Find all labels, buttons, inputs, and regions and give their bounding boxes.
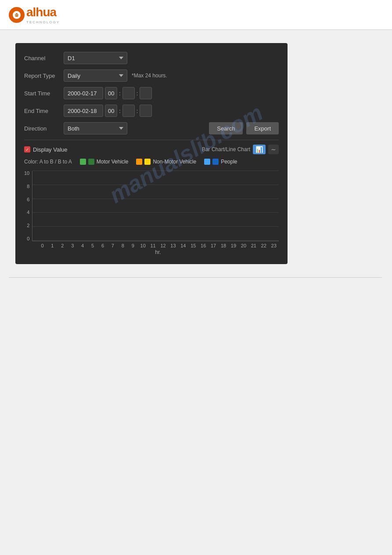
end-date-field[interactable]: [64, 105, 103, 117]
chart-type-label: Bar Chart/Line Chart: [202, 146, 250, 152]
x-label-10: 10: [138, 243, 148, 248]
grid-20: [32, 226, 279, 227]
grid-80: [32, 185, 279, 185]
x-label-8: 8: [118, 243, 128, 248]
search-button[interactable]: Search: [209, 122, 243, 134]
x-label-23: 23: [269, 243, 279, 248]
end-sep2: :: [137, 108, 138, 114]
y-label-10: 10: [24, 171, 29, 176]
people-swatch-b: [212, 159, 219, 165]
end-sep1: :: [119, 108, 121, 114]
start-min-field[interactable]: [122, 87, 135, 99]
bar-chart-button[interactable]: 📊: [253, 145, 266, 154]
motor-vehicle-legend: Motor Vehicle: [80, 159, 129, 165]
end-time-label: End Time: [24, 108, 64, 114]
x-label-5: 5: [88, 243, 98, 248]
report-type-row: Report Type Daily Weekly Monthly *Max 24…: [24, 69, 279, 82]
direction-select[interactable]: Both A to B B to A: [64, 122, 127, 134]
divider: [24, 140, 279, 140]
x-label-12: 12: [158, 243, 168, 248]
start-time-group: : :: [64, 87, 152, 99]
logo-icon: [9, 7, 25, 23]
x-axis-row: 0 1 2 3 4 5 6 7 8 9 10 11 12 13 14 15 16…: [37, 243, 279, 248]
x-label-11: 11: [148, 243, 158, 248]
start-sec-field[interactable]: [140, 87, 152, 99]
channel-select[interactable]: D1 D2 D3 D4: [64, 52, 127, 64]
y-label-0: 0: [27, 236, 29, 241]
start-date-field[interactable]: [64, 87, 103, 99]
grid-100: [32, 170, 279, 171]
grid-60: [32, 199, 279, 199]
x-label-0: 0: [37, 243, 47, 248]
non-motor-vehicle-legend: Non-Motor Vehicle: [136, 159, 196, 165]
people-label: People: [221, 159, 237, 165]
logo: alhua TECHNOLOGY: [9, 5, 60, 24]
display-value-label: Display Value: [33, 146, 68, 153]
end-hour-field[interactable]: [105, 105, 117, 117]
chart-container: 10 8 6 4 2 0: [24, 171, 279, 241]
x-label-18: 18: [219, 243, 229, 248]
start-time-label: Start Time: [24, 90, 64, 97]
chart-type-group: Bar Chart/Line Chart 📊 ∼: [202, 145, 279, 154]
x-label-16: 16: [198, 243, 209, 248]
x-label-7: 7: [108, 243, 118, 248]
non-motor-vehicle-label: Non-Motor Vehicle: [153, 159, 196, 165]
display-legend-row: Display Value Bar Chart/Line Chart 📊 ∼: [24, 145, 279, 154]
settings-panel: manualslib.com Channel D1 D2 D3 D4 Repor…: [15, 43, 288, 264]
chart-inner: [32, 171, 279, 241]
x-label-19: 19: [229, 243, 239, 248]
end-time-row: End Time : :: [24, 105, 279, 117]
color-legend-row: Color: A to B / B to A Motor Vehicle Non…: [24, 159, 279, 165]
display-value-group: Display Value: [24, 146, 202, 153]
line-chart-button[interactable]: ∼: [268, 145, 279, 154]
y-label-2: 2: [27, 223, 29, 228]
report-note: *Max 24 hours.: [132, 73, 167, 79]
export-button[interactable]: Export: [246, 122, 279, 134]
x-label-17: 17: [209, 243, 219, 248]
end-time-group: : :: [64, 105, 152, 117]
y-label-6: 6: [27, 197, 29, 202]
motor-vehicle-swatch-b: [88, 159, 94, 165]
y-label-8: 8: [27, 184, 29, 189]
start-hour-field[interactable]: [105, 87, 117, 99]
direction-row: Direction Both A to B B to A Search Expo…: [24, 122, 279, 134]
non-motor-swatch-b: [144, 159, 151, 165]
x-label-20: 20: [238, 243, 248, 248]
x-unit: hr.: [37, 249, 279, 255]
people-legend: People: [204, 159, 237, 165]
start-sep1: :: [119, 90, 121, 97]
end-sec-field[interactable]: [140, 105, 152, 117]
x-label-15: 15: [188, 243, 198, 248]
channel-label: Channel: [24, 55, 64, 62]
direction-label: Direction: [24, 125, 64, 132]
x-label-4: 4: [78, 243, 88, 248]
x-label-1: 1: [47, 243, 58, 248]
x-label-6: 6: [98, 243, 108, 248]
people-swatch-a: [204, 159, 210, 165]
display-value-checkbox[interactable]: [24, 146, 30, 152]
header: alhua TECHNOLOGY: [0, 0, 392, 30]
x-label-3: 3: [68, 243, 78, 248]
x-label-9: 9: [128, 243, 138, 248]
logo-sub: TECHNOLOGY: [26, 20, 60, 24]
x-label-22: 22: [259, 243, 269, 248]
x-label-21: 21: [248, 243, 259, 248]
x-label-13: 13: [168, 243, 178, 248]
end-min-field[interactable]: [122, 105, 135, 117]
x-label-14: 14: [178, 243, 188, 248]
grid-0: [32, 240, 279, 241]
y-axis: 10 8 6 4 2 0: [24, 171, 32, 241]
start-time-row: Start Time : :: [24, 87, 279, 99]
grid-40: [32, 212, 279, 213]
main-content: manualslib.com Channel D1 D2 D3 D4 Repor…: [0, 30, 392, 291]
report-type-select[interactable]: Daily Weekly Monthly: [64, 69, 127, 82]
chart-area: 10 8 6 4 2 0: [24, 171, 279, 255]
color-legend-text: Color: A to B / B to A: [24, 159, 72, 165]
report-type-label: Report Type: [24, 73, 64, 79]
logo-text: alhua: [26, 5, 56, 19]
y-label-4: 4: [27, 210, 29, 215]
action-buttons: Search Export: [209, 122, 279, 134]
motor-vehicle-label: Motor Vehicle: [97, 159, 129, 165]
channel-row: Channel D1 D2 D3 D4: [24, 52, 279, 64]
start-sep2: :: [137, 90, 138, 97]
